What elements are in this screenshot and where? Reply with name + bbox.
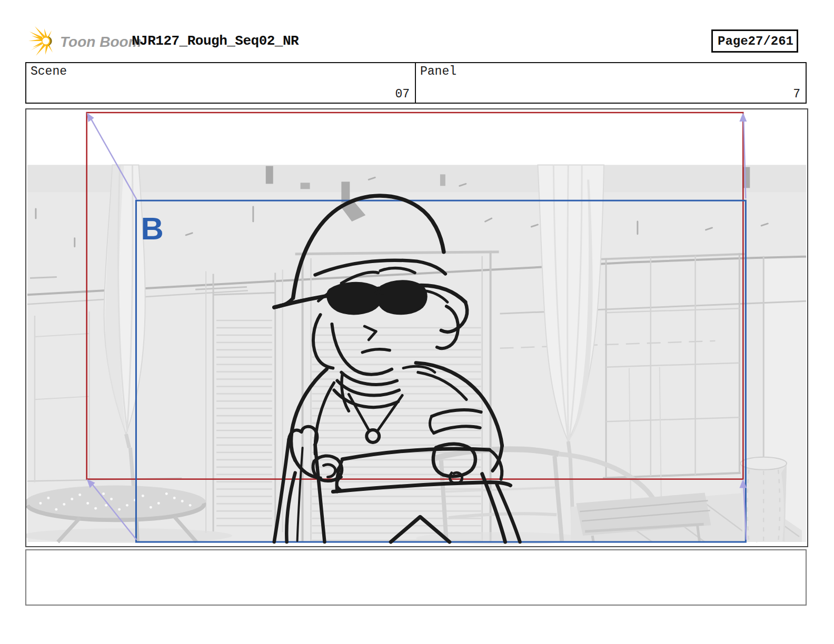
scene-label: Scene	[31, 65, 67, 78]
toonboom-logo-icon	[28, 25, 59, 58]
page-indicator: Page 27/261	[711, 29, 798, 53]
info-row: Scene 07 Panel 7	[25, 62, 807, 104]
barrel	[740, 457, 787, 542]
page-label: Page	[718, 34, 748, 48]
storyboard-page: Toon Boom NJR127_Rough_Seq02_NR Page 27/…	[0, 0, 834, 644]
panel-value: 7	[793, 87, 800, 101]
caption-box	[25, 549, 807, 606]
storyboard-canvas: B	[26, 109, 807, 546]
document-title: NJR127_Rough_Seq02_NR	[132, 33, 299, 49]
storyboard-panel: B	[25, 108, 808, 547]
panel-cell: Panel 7	[416, 63, 806, 103]
scene-cell: Scene 07	[26, 63, 416, 103]
camera-label-b: B	[141, 211, 163, 246]
scene-value: 07	[395, 87, 410, 101]
brand-text: Toon Boom	[60, 34, 141, 51]
panel-label: Panel	[420, 65, 456, 78]
page-value: 27/261	[748, 34, 793, 48]
